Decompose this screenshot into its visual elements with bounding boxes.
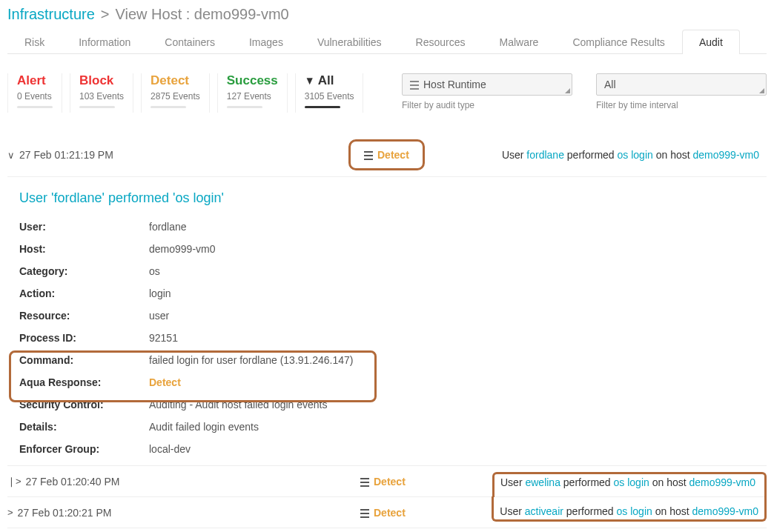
filter-detect-title: Detect xyxy=(150,73,189,87)
filter-success-title: Success xyxy=(227,73,278,87)
selects-group: Host Runtime Filter by audit type All Fi… xyxy=(402,73,767,110)
filter-alert-title: Alert xyxy=(17,73,46,87)
label-aqua-response: Aqua Response: xyxy=(19,376,149,388)
breadcrumb: Infrastructure > View Host : demo999-vm0 xyxy=(7,3,767,29)
filter-detect-count: 2875 Events xyxy=(150,91,200,102)
detail-grid: User: fordlane Host: demo999-vm0 Categor… xyxy=(19,221,759,455)
filter-bar xyxy=(79,106,115,108)
detect-pill: Detect xyxy=(348,139,425,170)
chevron-right-icon: > xyxy=(101,6,110,23)
funnel-icon xyxy=(305,73,318,87)
row-timestamp: 27 Feb 01:20:21 PM xyxy=(18,507,112,519)
label-command: Command: xyxy=(19,354,149,366)
value-command: failed login for user fordlane (13.91.24… xyxy=(149,354,759,366)
host-link[interactable]: demo999-vm0 xyxy=(689,476,756,488)
value-category: os xyxy=(149,265,759,277)
value-resource: user xyxy=(149,310,759,322)
label-process-id: Process ID: xyxy=(19,332,149,344)
filter-block-title: Block xyxy=(79,73,113,87)
filter-alert-count: 0 Events xyxy=(17,91,53,102)
value-details: Audit failed login events xyxy=(149,421,759,433)
detect-pill-label: Detect xyxy=(377,149,409,161)
label-action: Action: xyxy=(19,287,149,299)
label-category: Category: xyxy=(19,265,149,277)
audit-row: ∨ 27 Feb 01:21:19 PM Detect User fordlan… xyxy=(7,133,767,177)
detect-pill: Detect xyxy=(360,476,406,488)
filter-success-count: 127 Events xyxy=(227,91,278,102)
row-timestamp: 27 Feb 01:20:40 PM xyxy=(26,476,120,488)
filter-all[interactable]: All 3105 Events xyxy=(295,73,364,113)
action-link[interactable]: os login xyxy=(617,505,652,517)
filter-audit-type-value: Host Runtime xyxy=(423,79,486,90)
audit-detail-panel: User 'fordlane' performed 'os login' Use… xyxy=(7,177,767,465)
tab-compliance-results[interactable]: Compliance Results xyxy=(555,30,682,54)
value-host: demo999-vm0 xyxy=(149,243,759,255)
row-timestamp: 27 Feb 01:21:19 PM xyxy=(19,149,113,161)
panel-title: User 'fordlane' performed 'os login' xyxy=(19,190,759,206)
host-link[interactable]: demo999-vm0 xyxy=(692,505,759,517)
tab-information[interactable]: Information xyxy=(62,30,148,54)
detect-pill-label: Detect xyxy=(374,476,406,488)
label-user: User: xyxy=(19,221,149,233)
value-process-id: 92151 xyxy=(149,332,759,344)
filter-audit-type-group: Host Runtime Filter by audit type xyxy=(402,73,572,110)
filter-audit-type-caption: Filter by audit type xyxy=(402,100,572,110)
dropdown-corner-icon xyxy=(759,88,764,93)
label-resource: Resource: xyxy=(19,310,149,322)
action-link[interactable]: os login xyxy=(614,476,649,488)
host-link[interactable]: demo999-vm0 xyxy=(693,149,760,161)
filter-block-count: 103 Events xyxy=(79,91,124,102)
detect-pill: Detect xyxy=(360,507,406,519)
tab-vulnerabilities[interactable]: Vulnerabilities xyxy=(300,30,399,54)
filter-bar xyxy=(305,106,340,108)
filter-time-interval-caption: Filter by time interval xyxy=(596,100,767,110)
tab-risk[interactable]: Risk xyxy=(7,30,62,54)
dropdown-corner-icon xyxy=(565,88,570,93)
tab-containers[interactable]: Containers xyxy=(148,30,232,54)
filter-all-count: 3105 Events xyxy=(305,91,354,102)
label-host: Host: xyxy=(19,243,149,255)
filter-audit-type-select[interactable]: Host Runtime xyxy=(402,73,572,96)
chevron-down-icon: ∨ xyxy=(7,150,15,161)
value-enforcer-group: local-dev xyxy=(149,443,759,455)
tab-images[interactable]: Images xyxy=(232,30,300,54)
row-expand-toggle[interactable]: ❘> 27 Feb 01:20:40 PM xyxy=(7,476,156,488)
value-security-control: Auditing - Audit host failed login event… xyxy=(149,399,759,410)
filter-block[interactable]: Block 103 Events xyxy=(70,73,133,113)
filter-bar xyxy=(227,106,262,108)
breadcrumb-root[interactable]: Infrastructure xyxy=(7,6,95,23)
action-link[interactable]: os login xyxy=(618,149,653,161)
filters-row: Alert 0 Events Block 103 Events Detect 2… xyxy=(7,73,767,113)
value-user: fordlane xyxy=(149,221,759,233)
filter-all-title: All xyxy=(305,73,334,87)
label-enforcer-group: Enforcer Group: xyxy=(19,443,149,455)
list-icon xyxy=(410,81,419,88)
user-link[interactable]: fordlane xyxy=(526,149,564,161)
filter-success[interactable]: Success 127 Events xyxy=(217,73,288,113)
row-summary: User activeair performed os login on hos… xyxy=(492,496,767,522)
value-action: login xyxy=(149,287,759,299)
row-summary: User fordlane performed os login on host… xyxy=(502,149,767,161)
list-icon xyxy=(364,151,373,159)
row-expand-toggle[interactable]: > 27 Feb 01:20:21 PM xyxy=(7,507,156,519)
tab-resources[interactable]: Resources xyxy=(399,30,483,54)
label-details: Details: xyxy=(19,421,149,433)
tabs-nav: Risk Information Containers Images Vulne… xyxy=(7,29,767,54)
filter-detect[interactable]: Detect 2875 Events xyxy=(141,73,210,113)
tab-malware[interactable]: Malware xyxy=(482,30,555,54)
tab-audit[interactable]: Audit xyxy=(682,30,740,54)
audit-row: ❘> 27 Feb 01:20:40 PM Detect User ewelin… xyxy=(7,465,767,497)
filter-alert[interactable]: Alert 0 Events xyxy=(7,73,62,113)
audit-row: > 27 Feb 01:20:21 PM Detect User activea… xyxy=(7,497,767,528)
filter-bar xyxy=(17,106,53,108)
breadcrumb-current: View Host : demo999-vm0 xyxy=(116,6,289,23)
list-icon xyxy=(360,509,369,516)
user-link[interactable]: ewelina xyxy=(525,476,560,488)
row-summary: User ewelina performed os login on host … xyxy=(492,472,767,497)
user-link[interactable]: activeair xyxy=(525,505,563,517)
filter-bar xyxy=(150,106,186,108)
value-aqua-response: Detect xyxy=(149,376,759,388)
row-expand-toggle[interactable]: ∨ 27 Feb 01:21:19 PM xyxy=(7,149,156,161)
filter-time-interval-select[interactable]: All xyxy=(596,73,767,96)
list-icon xyxy=(360,478,369,485)
